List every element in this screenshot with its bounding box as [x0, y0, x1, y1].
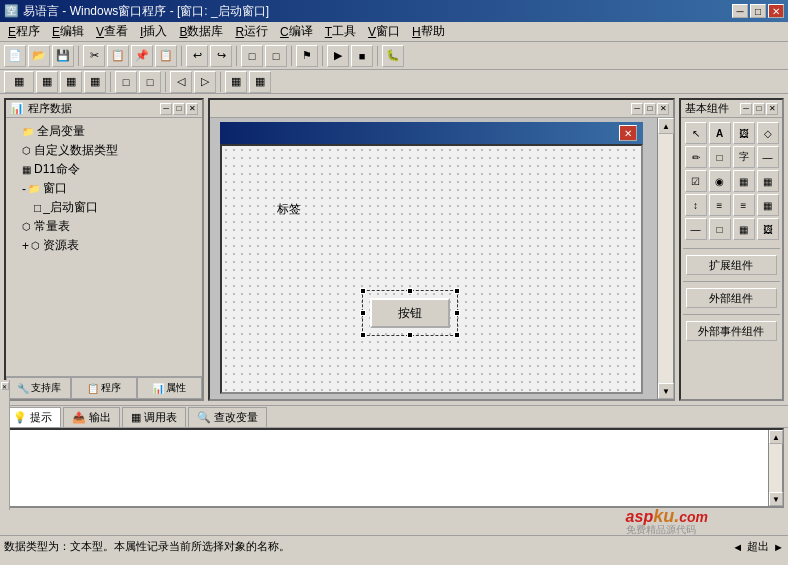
- left-panel-close[interactable]: ✕: [186, 103, 198, 115]
- comp-pointer[interactable]: ↖: [685, 122, 707, 144]
- menu-insert[interactable]: I 插入: [134, 22, 173, 42]
- tree-item-const[interactable]: ⬡ 常量表: [10, 217, 198, 236]
- external-event-button[interactable]: 外部事件组件: [686, 321, 777, 341]
- comp-pen[interactable]: ✏: [685, 146, 707, 168]
- comp-arrow1[interactable]: ↕: [685, 194, 707, 216]
- tb-cut[interactable]: ✂: [83, 45, 105, 67]
- tb2-7[interactable]: ◁: [170, 71, 192, 93]
- tb-run[interactable]: ▶: [327, 45, 349, 67]
- tab-program[interactable]: 📋 程序: [71, 377, 136, 399]
- tb2-5[interactable]: □: [115, 71, 137, 93]
- tb-redo[interactable]: ↪: [210, 45, 232, 67]
- comp-tab[interactable]: ▦: [757, 194, 779, 216]
- handle-mr: [454, 310, 460, 316]
- tb-paste2[interactable]: 📋: [155, 45, 177, 67]
- left-panel-controls: ─ □ ✕: [160, 103, 198, 115]
- sub-tab-output[interactable]: 📤 输出: [63, 407, 120, 427]
- menu-window[interactable]: V 窗口: [362, 22, 406, 42]
- menu-help[interactable]: H 帮助: [406, 22, 451, 42]
- menu-program[interactable]: E 程序: [2, 22, 46, 42]
- left-panel-min[interactable]: ─: [160, 103, 172, 115]
- tab-support-lib[interactable]: 🔧 支持库: [6, 377, 71, 399]
- comp-pic[interactable]: 🖼: [757, 218, 779, 240]
- scroll-up-btn[interactable]: ▲: [658, 118, 674, 134]
- comp-tree[interactable]: ▦: [733, 218, 755, 240]
- tb-sep1: [78, 46, 79, 66]
- handle-br: [454, 332, 460, 338]
- tb-save[interactable]: 💾: [52, 45, 74, 67]
- left-panel-max[interactable]: □: [173, 103, 185, 115]
- menu-edit[interactable]: E 编辑: [46, 22, 90, 42]
- external-components-button[interactable]: 外部组件: [686, 288, 777, 308]
- tb-flag[interactable]: ⚑: [296, 45, 318, 67]
- bottom-scroll-down[interactable]: ▼: [769, 492, 783, 506]
- comp-line[interactable]: —: [757, 146, 779, 168]
- tree-item-dll[interactable]: ▦ D11命令: [10, 160, 198, 179]
- canvas-close[interactable]: ✕: [657, 103, 669, 115]
- comp-text[interactable]: A: [709, 122, 731, 144]
- tree-item-startup[interactable]: □ _启动窗口: [10, 198, 198, 217]
- comp-list[interactable]: ≡: [709, 194, 731, 216]
- right-panel-min[interactable]: ─: [740, 103, 752, 115]
- tb-paste[interactable]: 📌: [131, 45, 153, 67]
- tb-open[interactable]: 📂: [28, 45, 50, 67]
- tb2-8[interactable]: ▷: [194, 71, 216, 93]
- close-button[interactable]: ✕: [768, 4, 784, 18]
- comp-image[interactable]: 🖼: [733, 122, 755, 144]
- comp-box[interactable]: □: [709, 218, 731, 240]
- minimize-button[interactable]: ─: [732, 4, 748, 18]
- dll-icon: ▦: [22, 164, 31, 175]
- sub-tab-call[interactable]: ▦ 调用表: [122, 407, 186, 427]
- expand-components-button[interactable]: 扩展组件: [686, 255, 777, 275]
- menu-compile[interactable]: C 编译: [274, 22, 319, 42]
- program-icon: 📋: [87, 383, 99, 394]
- scroll-right-btn2[interactable]: ►: [773, 541, 784, 553]
- design-window-close[interactable]: ✕: [619, 125, 637, 141]
- side-btn-1[interactable]: ✕: [1, 382, 9, 390]
- tb-win1[interactable]: □: [241, 45, 263, 67]
- comp-radio[interactable]: ◉: [709, 170, 731, 192]
- tb-debug[interactable]: 🐛: [382, 45, 404, 67]
- tb2-4[interactable]: ▦: [84, 71, 106, 93]
- comp-label[interactable]: 字: [733, 146, 755, 168]
- comp-grid1[interactable]: ▦: [733, 170, 755, 192]
- menu-view[interactable]: V 查看: [90, 22, 134, 42]
- menu-run[interactable]: R 运行: [229, 22, 274, 42]
- tb2-2[interactable]: ▦: [36, 71, 58, 93]
- right-panel-close[interactable]: ✕: [766, 103, 778, 115]
- tb2-6[interactable]: □: [139, 71, 161, 93]
- scroll-right-btn[interactable]: ◄: [732, 541, 743, 553]
- tb2-10[interactable]: ▦: [249, 71, 271, 93]
- scroll-down-btn[interactable]: ▼: [658, 383, 674, 399]
- comp-shape[interactable]: ◇: [757, 122, 779, 144]
- comp-h[interactable]: —: [685, 218, 707, 240]
- tb2-9[interactable]: ▦: [225, 71, 247, 93]
- tb-stop[interactable]: ■: [351, 45, 373, 67]
- design-canvas[interactable]: 标签 按钮: [220, 144, 643, 394]
- tb2-1[interactable]: ▦: [4, 71, 34, 93]
- tree-item-window[interactable]: - 📁 窗口: [10, 179, 198, 198]
- menu-database[interactable]: B 数据库: [173, 22, 229, 42]
- right-panel-max[interactable]: □: [753, 103, 765, 115]
- tb-win2[interactable]: □: [265, 45, 287, 67]
- bottom-scroll-up[interactable]: ▲: [769, 430, 783, 444]
- tree-item-global[interactable]: 📁 全局变量: [10, 122, 198, 141]
- sub-tab-hint[interactable]: 💡 提示: [4, 407, 61, 427]
- maximize-button[interactable]: □: [750, 4, 766, 18]
- tab-property[interactable]: 📊 属性: [137, 377, 202, 399]
- tree-item-resource[interactable]: + ⬡ 资源表: [10, 236, 198, 255]
- button-element[interactable]: 按钮: [370, 298, 450, 328]
- comp-list2[interactable]: ≡: [733, 194, 755, 216]
- canvas-max[interactable]: □: [644, 103, 656, 115]
- sub-tab-watch[interactable]: 🔍 查改变量: [188, 407, 267, 427]
- tb-new[interactable]: 📄: [4, 45, 26, 67]
- tb-undo[interactable]: ↩: [186, 45, 208, 67]
- canvas-min[interactable]: ─: [631, 103, 643, 115]
- tb2-3[interactable]: ▦: [60, 71, 82, 93]
- comp-grid2[interactable]: ▦: [757, 170, 779, 192]
- menu-tools[interactable]: T 工具: [319, 22, 362, 42]
- tb-copy[interactable]: 📋: [107, 45, 129, 67]
- tree-item-custom-type[interactable]: ⬡ 自定义数据类型: [10, 141, 198, 160]
- comp-rect[interactable]: □: [709, 146, 731, 168]
- comp-check[interactable]: ☑: [685, 170, 707, 192]
